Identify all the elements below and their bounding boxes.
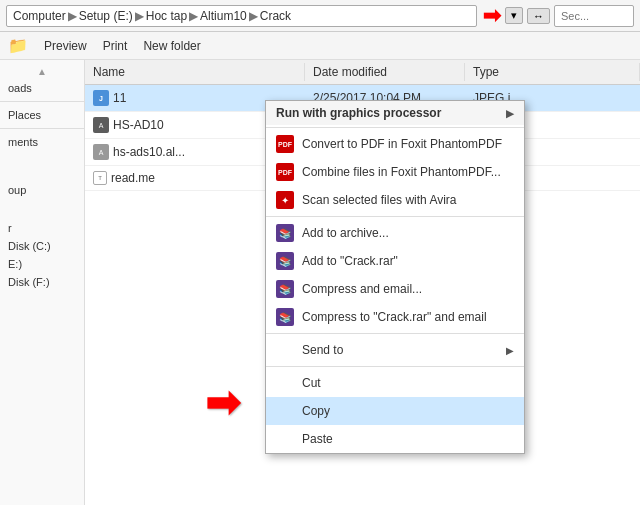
sidebar-item-places[interactable]: Places (0, 106, 84, 124)
alf-icon: A (93, 144, 109, 160)
app-icon: A (93, 117, 109, 133)
sidebar-item-diskc[interactable]: Disk (C:) (0, 237, 84, 255)
path-hoctap: Hoc tap (146, 9, 187, 23)
winrar-icon-1: 📚 (276, 224, 294, 242)
ctx-label-cut: Cut (302, 376, 321, 390)
ctx-label-paste: Paste (302, 432, 333, 446)
sidebar-divider1 (0, 101, 84, 102)
search-input[interactable] (554, 5, 634, 27)
ctx-divider-2 (266, 216, 524, 217)
ctx-label-run-graphics: Run with graphics processor (276, 106, 441, 120)
ctx-divider-3 (266, 333, 524, 334)
address-path[interactable]: Computer ▶ Setup (E:) ▶ Hoc tap ▶ Altium… (6, 5, 477, 27)
col-header-name[interactable]: Name (85, 63, 305, 81)
sep1: ▶ (68, 9, 77, 23)
new-folder-button[interactable]: New folder (143, 39, 200, 53)
file-area: Name Date modified Type J 11 2/25/2017 1… (85, 60, 640, 505)
red-arrow-right-icon: ➡ (205, 378, 240, 427)
jpeg-icon: J (93, 90, 109, 106)
col-header-date[interactable]: Date modified (305, 63, 465, 81)
ctx-item-run-graphics[interactable]: Run with graphics processor ▶ (266, 101, 524, 125)
ctx-item-compress-email[interactable]: 📚 Compress and email... (266, 275, 524, 303)
sep4: ▶ (249, 9, 258, 23)
winrar-icon-3: 📚 (276, 280, 294, 298)
ctx-item-pdf-combine[interactable]: PDF Combine files in Foxit PhantomPDF... (266, 158, 524, 186)
ctx-label-avira: Scan selected files with Avira (302, 193, 457, 207)
ctx-arrow-sendto: ▶ (506, 345, 514, 356)
red-arrow-up-icon: ⬅ (483, 3, 501, 29)
winrar-icon-2: 📚 (276, 252, 294, 270)
copy-icon (276, 402, 294, 420)
sendto-icon (276, 341, 294, 359)
ctx-divider-4 (266, 366, 524, 367)
ctx-divider-1 (266, 127, 524, 128)
ctx-label-pdf-combine: Combine files in Foxit PhantomPDF... (302, 165, 501, 179)
folder-icon: 📁 (8, 36, 28, 55)
ctx-item-add-archive[interactable]: 📚 Add to archive... (266, 219, 524, 247)
refresh-button[interactable]: ↔ (527, 8, 550, 24)
path-setup: Setup (E:) (79, 9, 133, 23)
print-button[interactable]: Print (103, 39, 128, 53)
ctx-item-sendto[interactable]: Send to ▶ (266, 336, 524, 364)
sep2: ▶ (135, 9, 144, 23)
paste-icon (276, 430, 294, 448)
address-bar: Computer ▶ Setup (E:) ▶ Hoc tap ▶ Altium… (0, 0, 640, 32)
winrar-icon-4: 📚 (276, 308, 294, 326)
sidebar-item-oads[interactable]: oads (0, 79, 84, 97)
ctx-label-compress-email: Compress and email... (302, 282, 422, 296)
ctx-item-paste[interactable]: Paste (266, 425, 524, 453)
avira-icon: ✦ (276, 191, 294, 209)
pdf-icon-convert: PDF (276, 135, 294, 153)
ctx-item-copy[interactable]: Copy (266, 397, 524, 425)
sidebar-item-e[interactable]: E:) (0, 255, 84, 273)
context-menu: Run with graphics processor ▶ PDF Conver… (265, 100, 525, 454)
ctx-arrow-run-graphics: ▶ (506, 108, 514, 119)
dropdown-button[interactable]: ▾ (505, 7, 523, 24)
sep3: ▶ (189, 9, 198, 23)
col-header-type[interactable]: Type (465, 63, 640, 81)
ctx-item-avira[interactable]: ✦ Scan selected files with Avira (266, 186, 524, 214)
txt-icon: T (93, 171, 107, 185)
ctx-label-add-archive: Add to archive... (302, 226, 389, 240)
preview-button[interactable]: Preview (44, 39, 87, 53)
column-headers: Name Date modified Type (85, 60, 640, 85)
ctx-label-add-crackrar: Add to "Crack.rar" (302, 254, 398, 268)
ctx-item-cut[interactable]: Cut (266, 369, 524, 397)
sidebar-item-r[interactable]: r (0, 219, 84, 237)
scroll-up[interactable]: ▲ (0, 64, 84, 79)
sidebar-item-ments[interactable]: ments (0, 133, 84, 151)
path-computer: Computer (13, 9, 66, 23)
pdf-icon-combine: PDF (276, 163, 294, 181)
ctx-item-pdf-convert[interactable]: PDF Convert to PDF in Foxit PhantomPDF (266, 130, 524, 158)
sidebar: ▲ oads Places ments oup r Disk (C:) E:) … (0, 60, 85, 505)
ctx-item-compress-crackrar-email[interactable]: 📚 Compress to "Crack.rar" and email (266, 303, 524, 331)
sidebar-item-diskf[interactable]: Disk (F:) (0, 273, 84, 291)
ctx-label-compress-crackrar-email: Compress to "Crack.rar" and email (302, 310, 487, 324)
ctx-item-add-crackrar[interactable]: 📚 Add to "Crack.rar" (266, 247, 524, 275)
ctx-label-sendto: Send to (302, 343, 343, 357)
path-crack: Crack (260, 9, 291, 23)
sidebar-divider2 (0, 128, 84, 129)
sidebar-item-oup[interactable]: oup (0, 181, 84, 199)
main-layout: ▲ oads Places ments oup r Disk (C:) E:) … (0, 60, 640, 505)
cut-icon (276, 374, 294, 392)
ctx-label-copy: Copy (302, 404, 330, 418)
ctx-label-pdf-convert: Convert to PDF in Foxit PhantomPDF (302, 137, 502, 151)
path-altium10: Altium10 (200, 9, 247, 23)
toolbar: 📁 Preview Print New folder (0, 32, 640, 60)
